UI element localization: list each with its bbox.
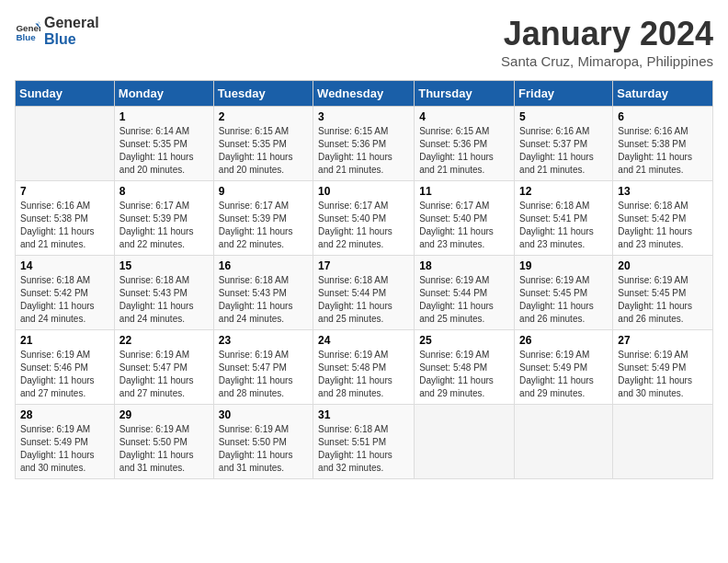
calendar-cell: 11Sunrise: 6:17 AM Sunset: 5:40 PM Dayli… (415, 181, 515, 256)
day-info: Sunrise: 6:19 AM Sunset: 5:48 PM Dayligh… (419, 349, 509, 400)
calendar-cell: 29Sunrise: 6:19 AM Sunset: 5:50 PM Dayli… (114, 405, 213, 479)
calendar-cell: 26Sunrise: 6:19 AM Sunset: 5:49 PM Dayli… (515, 330, 613, 405)
day-info: Sunrise: 6:17 AM Sunset: 5:40 PM Dayligh… (419, 200, 509, 251)
logo-icon: General Blue (15, 18, 40, 44)
logo-line2: Blue (44, 31, 99, 48)
day-info: Sunrise: 6:19 AM Sunset: 5:45 PM Dayligh… (618, 274, 708, 326)
calendar-cell: 8Sunrise: 6:17 AM Sunset: 5:39 PM Daylig… (114, 181, 213, 256)
calendar-cell: 4Sunrise: 6:15 AM Sunset: 5:36 PM Daylig… (415, 107, 515, 181)
day-number: 24 (318, 334, 409, 347)
calendar-cell: 10Sunrise: 6:17 AM Sunset: 5:40 PM Dayli… (313, 181, 415, 256)
calendar-cell (16, 107, 115, 181)
logo: General Blue General Blue (15, 15, 99, 47)
calendar-cell: 7Sunrise: 6:16 AM Sunset: 5:38 PM Daylig… (16, 181, 115, 256)
day-info: Sunrise: 6:18 AM Sunset: 5:43 PM Dayligh… (219, 274, 308, 326)
calendar-cell: 27Sunrise: 6:19 AM Sunset: 5:49 PM Dayli… (613, 330, 713, 405)
calendar-cell: 16Sunrise: 6:18 AM Sunset: 5:43 PM Dayli… (213, 256, 313, 330)
calendar-cell: 3Sunrise: 6:15 AM Sunset: 5:36 PM Daylig… (313, 107, 415, 181)
calendar-cell: 21Sunrise: 6:19 AM Sunset: 5:46 PM Dayli… (16, 330, 115, 405)
title-section: January 2024 Santa Cruz, Mimaropa, Phili… (501, 15, 713, 69)
calendar-cell: 17Sunrise: 6:18 AM Sunset: 5:44 PM Dayli… (313, 256, 415, 330)
calendar-cell: 23Sunrise: 6:19 AM Sunset: 5:47 PM Dayli… (213, 330, 313, 405)
day-info: Sunrise: 6:17 AM Sunset: 5:39 PM Dayligh… (119, 200, 209, 251)
day-number: 28 (20, 408, 109, 421)
calendar-cell: 5Sunrise: 6:16 AM Sunset: 5:37 PM Daylig… (515, 107, 613, 181)
calendar-cell (515, 405, 613, 479)
calendar-title: January 2024 (501, 15, 713, 53)
day-number: 7 (20, 185, 109, 198)
header-day-tuesday: Tuesday (213, 81, 313, 107)
header-day-wednesday: Wednesday (313, 81, 415, 107)
day-info: Sunrise: 6:17 AM Sunset: 5:40 PM Dayligh… (318, 200, 409, 251)
calendar-cell: 18Sunrise: 6:19 AM Sunset: 5:44 PM Dayli… (415, 256, 515, 330)
day-number: 26 (519, 334, 608, 347)
day-number: 9 (219, 185, 308, 198)
calendar-cell: 15Sunrise: 6:18 AM Sunset: 5:43 PM Dayli… (114, 256, 213, 330)
day-number: 4 (419, 110, 509, 123)
day-number: 3 (318, 110, 409, 123)
day-info: Sunrise: 6:19 AM Sunset: 5:47 PM Dayligh… (219, 349, 308, 400)
day-number: 2 (219, 110, 308, 123)
calendar-cell: 22Sunrise: 6:19 AM Sunset: 5:47 PM Dayli… (114, 330, 213, 405)
day-number: 23 (219, 334, 308, 347)
day-number: 11 (419, 185, 509, 198)
day-number: 31 (318, 408, 409, 421)
day-info: Sunrise: 6:19 AM Sunset: 5:44 PM Dayligh… (419, 274, 509, 326)
day-info: Sunrise: 6:19 AM Sunset: 5:50 PM Dayligh… (219, 423, 308, 475)
calendar-cell: 1Sunrise: 6:14 AM Sunset: 5:35 PM Daylig… (114, 107, 213, 181)
day-info: Sunrise: 6:19 AM Sunset: 5:49 PM Dayligh… (20, 423, 109, 475)
calendar-cell: 24Sunrise: 6:19 AM Sunset: 5:48 PM Dayli… (313, 330, 415, 405)
day-info: Sunrise: 6:18 AM Sunset: 5:42 PM Dayligh… (618, 200, 708, 251)
calendar-cell: 28Sunrise: 6:19 AM Sunset: 5:49 PM Dayli… (16, 405, 115, 479)
day-info: Sunrise: 6:18 AM Sunset: 5:51 PM Dayligh… (318, 423, 409, 475)
day-number: 14 (20, 259, 109, 272)
day-number: 13 (618, 185, 708, 198)
calendar-cell: 30Sunrise: 6:19 AM Sunset: 5:50 PM Dayli… (213, 405, 313, 479)
calendar-cell: 19Sunrise: 6:19 AM Sunset: 5:45 PM Dayli… (515, 256, 613, 330)
day-info: Sunrise: 6:14 AM Sunset: 5:35 PM Dayligh… (119, 125, 209, 177)
day-number: 16 (219, 259, 308, 272)
logo-line1: General (44, 15, 99, 31)
calendar-week-1: 1Sunrise: 6:14 AM Sunset: 5:35 PM Daylig… (16, 107, 713, 181)
calendar-cell (613, 405, 713, 479)
day-number: 10 (318, 185, 409, 198)
day-info: Sunrise: 6:19 AM Sunset: 5:46 PM Dayligh… (20, 349, 109, 400)
header-day-saturday: Saturday (613, 81, 713, 107)
day-info: Sunrise: 6:18 AM Sunset: 5:43 PM Dayligh… (119, 274, 209, 326)
calendar-cell: 31Sunrise: 6:18 AM Sunset: 5:51 PM Dayli… (313, 405, 415, 479)
calendar-week-3: 14Sunrise: 6:18 AM Sunset: 5:42 PM Dayli… (16, 256, 713, 330)
calendar-subtitle: Santa Cruz, Mimaropa, Philippines (501, 53, 713, 69)
header: General Blue General Blue January 2024 S… (15, 15, 713, 69)
day-info: Sunrise: 6:16 AM Sunset: 5:38 PM Dayligh… (20, 200, 109, 251)
day-number: 22 (119, 334, 209, 347)
header-day-friday: Friday (515, 81, 613, 107)
day-info: Sunrise: 6:19 AM Sunset: 5:47 PM Dayligh… (119, 349, 209, 400)
day-info: Sunrise: 6:15 AM Sunset: 5:36 PM Dayligh… (318, 125, 409, 177)
calendar-cell: 20Sunrise: 6:19 AM Sunset: 5:45 PM Dayli… (613, 256, 713, 330)
calendar-table: SundayMondayTuesdayWednesdayThursdayFrid… (15, 80, 713, 479)
day-info: Sunrise: 6:16 AM Sunset: 5:37 PM Dayligh… (519, 125, 608, 177)
day-number: 30 (219, 408, 308, 421)
calendar-week-4: 21Sunrise: 6:19 AM Sunset: 5:46 PM Dayli… (16, 330, 713, 405)
day-info: Sunrise: 6:18 AM Sunset: 5:44 PM Dayligh… (318, 274, 409, 326)
day-number: 21 (20, 334, 109, 347)
calendar-cell: 25Sunrise: 6:19 AM Sunset: 5:48 PM Dayli… (415, 330, 515, 405)
day-number: 8 (119, 185, 209, 198)
day-number: 5 (519, 110, 608, 123)
day-number: 27 (618, 334, 708, 347)
calendar-week-5: 28Sunrise: 6:19 AM Sunset: 5:49 PM Dayli… (16, 405, 713, 479)
day-info: Sunrise: 6:19 AM Sunset: 5:49 PM Dayligh… (519, 349, 608, 400)
day-number: 29 (119, 408, 209, 421)
calendar-week-2: 7Sunrise: 6:16 AM Sunset: 5:38 PM Daylig… (16, 181, 713, 256)
day-info: Sunrise: 6:15 AM Sunset: 5:35 PM Dayligh… (219, 125, 308, 177)
day-info: Sunrise: 6:16 AM Sunset: 5:38 PM Dayligh… (618, 125, 708, 177)
day-info: Sunrise: 6:19 AM Sunset: 5:50 PM Dayligh… (119, 423, 209, 475)
day-number: 19 (519, 259, 608, 272)
header-day-sunday: Sunday (16, 81, 115, 107)
calendar-cell: 13Sunrise: 6:18 AM Sunset: 5:42 PM Dayli… (613, 181, 713, 256)
calendar-cell (415, 405, 515, 479)
header-day-monday: Monday (114, 81, 213, 107)
day-number: 15 (119, 259, 209, 272)
svg-text:Blue: Blue (16, 31, 36, 41)
calendar-cell: 9Sunrise: 6:17 AM Sunset: 5:39 PM Daylig… (213, 181, 313, 256)
